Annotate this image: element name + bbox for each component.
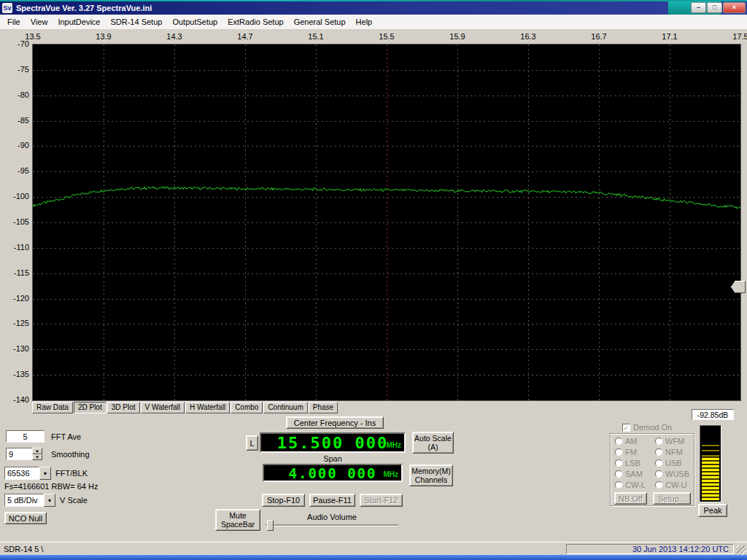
- y-tick-label: -135: [1, 370, 29, 378]
- menu-item-file[interactable]: File: [2, 15, 26, 28]
- auto-scale-line2: (A): [428, 443, 438, 451]
- y-tick-label: -90: [1, 141, 29, 149]
- tab-3d-plot[interactable]: 3D Plot: [107, 402, 140, 413]
- menu-item-inputdevice[interactable]: InputDevice: [53, 15, 105, 28]
- maximize-icon[interactable]: □: [707, 2, 722, 13]
- y-tick-label: -125: [1, 319, 29, 327]
- close-icon[interactable]: ×: [723, 2, 746, 13]
- y-tick-label: -75: [1, 65, 29, 74]
- smoothing-spinner[interactable]: ▲ ▼: [32, 448, 42, 460]
- frequency-lock-button[interactable]: L: [246, 435, 258, 451]
- dropdown-icon[interactable]: ▼: [44, 494, 55, 507]
- span-display[interactable]: 4.000 000 MHz: [263, 464, 403, 482]
- audio-volume-slider-track[interactable]: [266, 524, 398, 526]
- window-controls: – □ ×: [691, 2, 746, 13]
- x-tick-label: 14.7: [237, 32, 252, 41]
- tab-h-waterfall[interactable]: H Waterfall: [185, 402, 230, 413]
- tab-phase[interactable]: Phase: [309, 402, 338, 413]
- taskbar-strip: [0, 555, 747, 560]
- dropdown-icon[interactable]: ▼: [39, 467, 51, 480]
- demod-setup-button: Setup...: [653, 492, 691, 505]
- span-digits: 4.000 000: [289, 465, 377, 481]
- tab-continuum[interactable]: Continuum: [263, 402, 307, 413]
- fft-ave-input[interactable]: [6, 430, 44, 443]
- demod-mode-nfm[interactable]: NFM: [655, 448, 683, 456]
- minimize-icon[interactable]: –: [691, 2, 706, 13]
- menu-item-extradio-setup[interactable]: ExtRadio Setup: [222, 15, 288, 28]
- radio-icon: [615, 481, 622, 489]
- window-title: SpectraVue Ver. 3.27 SpectraVue.ini: [16, 4, 152, 12]
- demod-mode-cw-u[interactable]: CW-U: [655, 481, 687, 489]
- demod-on-label: Demod On: [633, 423, 672, 432]
- tab-combo[interactable]: Combo: [231, 402, 263, 413]
- screen: Sv SpectraVue Ver. 3.27 SpectraVue.ini –…: [0, 0, 747, 560]
- span-unit: MHz: [383, 470, 398, 478]
- menu-item-view[interactable]: View: [26, 15, 53, 28]
- demod-mode-usb[interactable]: USB: [655, 459, 682, 467]
- smoothing-input[interactable]: [6, 448, 33, 460]
- stop-button[interactable]: Stop-F10: [262, 494, 305, 507]
- y-tick-label: -130: [1, 344, 29, 353]
- y-tick-label: -95: [1, 166, 29, 175]
- frequency-digits: 15.500 000: [277, 434, 388, 452]
- fft-ave-label: FFT Ave: [51, 432, 81, 441]
- mute-line2: SpaceBar: [221, 520, 255, 529]
- radio-icon: [655, 481, 662, 489]
- peak-button[interactable]: Peak: [698, 504, 727, 517]
- radio-label: CW-U: [665, 481, 687, 489]
- signal-meter-lit-bars: [702, 456, 719, 500]
- pause-button[interactable]: Pause-F11: [309, 494, 355, 507]
- radio-icon: [655, 438, 662, 445]
- spinner-up-icon[interactable]: ▲: [32, 448, 42, 454]
- menu-item-general-setup[interactable]: General Setup: [289, 15, 351, 28]
- memory-line1: Memory(M): [411, 467, 451, 475]
- x-tick-label: 17.1: [662, 32, 677, 41]
- demod-mode-wfm[interactable]: WFM: [655, 437, 684, 446]
- fft-blk-select[interactable]: 65536 ▼: [4, 467, 51, 480]
- radio-label: WFM: [665, 437, 684, 446]
- memory-line2: Channels: [415, 475, 447, 484]
- demod-mode-am[interactable]: AM: [615, 437, 638, 446]
- radio-icon: [655, 448, 662, 456]
- audio-volume-slider-thumb[interactable]: [267, 520, 274, 531]
- demod-mode-sam[interactable]: SAM: [615, 470, 643, 478]
- auto-scale-button[interactable]: Auto Scale (A): [412, 432, 454, 454]
- v-scale-label: V Scale: [60, 496, 88, 505]
- v-scale-select[interactable]: 5 dB/Div ▼: [4, 494, 55, 507]
- y-tick-label: -105: [1, 217, 29, 226]
- mute-button[interactable]: Mute SpaceBar: [215, 509, 260, 531]
- center-frequency-display[interactable]: 15.500 000 MHz: [260, 432, 406, 453]
- x-tick-label: 17.5: [732, 32, 747, 41]
- app-icon: Sv: [2, 3, 12, 13]
- resize-grip-icon[interactable]: [737, 545, 746, 555]
- spinner-down-icon[interactable]: ▼: [32, 454, 42, 461]
- radio-icon: [615, 448, 622, 456]
- memory-channels-button[interactable]: Memory(M) Channels: [409, 464, 453, 486]
- nco-null-button[interactable]: NCO Null: [4, 512, 47, 524]
- tab-2d-plot[interactable]: 2D Plot: [74, 402, 107, 413]
- menu-item-outputsetup[interactable]: OutputSetup: [167, 15, 222, 28]
- status-device-text: SDR-14 5 \: [4, 545, 43, 553]
- menu-item-help[interactable]: Help: [351, 15, 378, 28]
- demod-mode-lsb[interactable]: LSB: [615, 459, 640, 467]
- y-tick-label: -85: [1, 116, 29, 125]
- radio-icon: [615, 470, 622, 478]
- fs-rbw-readout: Fs=4166601 RBW= 64 Hz: [4, 482, 98, 491]
- y-tick-label: -115: [1, 268, 29, 277]
- radio-label: NFM: [665, 448, 683, 456]
- demod-mode-wusb[interactable]: WUSB: [655, 470, 689, 478]
- menu-item-sdr-14-setup[interactable]: SDR-14 Setup: [105, 15, 167, 28]
- center-frequency-button[interactable]: Center Frequency - Ins: [286, 416, 384, 429]
- radio-label: AM: [625, 437, 638, 446]
- tab-raw-data[interactable]: Raw Data: [32, 402, 73, 413]
- checkbox-check-icon[interactable]: ✓: [622, 424, 630, 432]
- fft-blk-label: FFT/BLK: [55, 469, 88, 478]
- radio-icon: [655, 470, 662, 478]
- demod-mode-cw-l[interactable]: CW-L: [615, 481, 646, 489]
- demod-mode-fm[interactable]: FM: [615, 448, 637, 456]
- smoothing-label: Smoothing: [51, 450, 90, 459]
- tab-v-waterfall[interactable]: V Waterfall: [141, 402, 185, 413]
- spectrum-plot[interactable]: [32, 44, 741, 401]
- y-tick-label: -70: [1, 39, 29, 48]
- demod-on-checkbox[interactable]: ✓ Demod On: [622, 423, 672, 432]
